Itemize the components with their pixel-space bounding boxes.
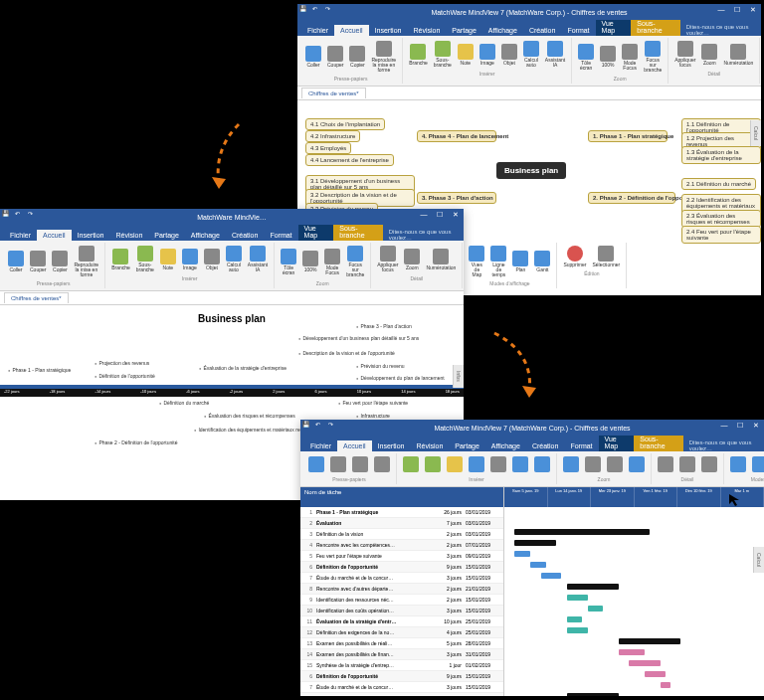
gantt-bar[interactable] bbox=[530, 562, 546, 568]
smartcalc-button[interactable]: Calcul auto bbox=[224, 245, 244, 273]
numbering-button[interactable]: Numérotation bbox=[424, 248, 458, 271]
timeline-item[interactable]: Développement du plan de lancement bbox=[356, 375, 445, 381]
tell-me-search[interactable]: Dites-nous ce que vous voulez… bbox=[689, 439, 764, 451]
tell-me-search[interactable]: Dites-nous ce que vous voulez… bbox=[389, 229, 464, 241]
timeline-item[interactable]: Développement d'un business plan détaill… bbox=[298, 335, 419, 341]
gantt-row[interactable]: 2Évaluation7 jours03/01/2019 bbox=[300, 518, 503, 529]
document-tab[interactable]: Chiffres de ventes* bbox=[301, 88, 366, 98]
mindmap-node[interactable]: 4.3 Employés bbox=[305, 142, 351, 154]
zoom100-button[interactable]: 100% bbox=[598, 45, 618, 69]
gantt-bar[interactable] bbox=[567, 584, 619, 590]
ribbon-tab-fichier[interactable]: Fichier bbox=[4, 230, 37, 241]
mindmap-node[interactable]: 4.2 Infrastructure bbox=[305, 130, 360, 142]
gantt-table[interactable]: Nom de tâche 1Phase 1 - Plan stratégique… bbox=[300, 487, 504, 696]
zoom-button[interactable] bbox=[677, 455, 697, 474]
timeline-item[interactable]: Projection des revenus bbox=[95, 360, 149, 366]
gantt-canvas[interactable]: Nom de tâche 1Phase 1 - Plan stratégique… bbox=[300, 487, 764, 696]
focus-button[interactable]: Focus sur branche bbox=[642, 40, 664, 74]
ribbon-tab-création[interactable]: Création bbox=[526, 440, 564, 451]
focus-button[interactable] bbox=[627, 455, 647, 474]
ribbon-tab-fichier[interactable]: Fichier bbox=[304, 440, 337, 451]
ribbon-tab-révision[interactable]: Révision bbox=[407, 25, 446, 36]
redo-icon[interactable]: ↷ bbox=[325, 4, 335, 14]
image-button[interactable] bbox=[467, 455, 486, 474]
zoom100-button[interactable] bbox=[583, 455, 603, 474]
object-button[interactable] bbox=[488, 455, 508, 474]
ribbon-tab-insertion[interactable]: Insertion bbox=[72, 230, 110, 241]
mindmap-node[interactable]: 2.4 Feu vert pour l'étape suivante bbox=[681, 226, 761, 244]
gantt-bar[interactable] bbox=[567, 627, 588, 633]
mode-focus-button[interactable] bbox=[605, 455, 625, 474]
gantt-row[interactable]: 7Étude du marché et de la concur…3 jours… bbox=[300, 573, 503, 584]
ribbon-tab-affichage[interactable]: Affichage bbox=[185, 230, 226, 241]
maximize-icon[interactable]: ☐ bbox=[434, 209, 446, 221]
branch-button[interactable] bbox=[401, 455, 421, 474]
object-button[interactable]: Objet bbox=[202, 248, 222, 271]
gantt-row[interactable]: 6Définition de l'opportunité9 jours15/01… bbox=[300, 671, 503, 682]
gantt-bar[interactable] bbox=[645, 671, 666, 677]
apply-focus-button[interactable]: Appliquer focus bbox=[672, 40, 697, 69]
maximize-icon[interactable]: ☐ bbox=[731, 4, 743, 16]
gantt-row[interactable]: 10Identification des coûts opération…3 j… bbox=[300, 606, 503, 616]
zoom-button[interactable]: Zoom bbox=[402, 248, 422, 271]
undo-icon[interactable]: ↶ bbox=[15, 209, 25, 219]
mindmap-node[interactable]: 2.1 Définition du marché bbox=[681, 178, 756, 190]
gantt-bar[interactable] bbox=[619, 638, 681, 644]
zoom100-button[interactable]: 100% bbox=[300, 250, 320, 273]
gantt-row[interactable]: 12Définition des exigences de la no…4 jo… bbox=[300, 627, 503, 638]
note-button[interactable] bbox=[445, 455, 465, 474]
gantt-row[interactable]: 6Définition de l'opportunité9 jours15/01… bbox=[300, 562, 503, 573]
minimize-icon[interactable]: — bbox=[418, 209, 430, 221]
delete-button[interactable]: Supprimer bbox=[561, 245, 588, 268]
ribbon-tab-création[interactable]: Création bbox=[523, 25, 561, 36]
assistant-button[interactable]: Assistant IA bbox=[543, 40, 567, 69]
save-icon[interactable]: 💾 bbox=[2, 209, 12, 219]
timeline-item[interactable]: Phase 2 - Définition de l'opportunité bbox=[95, 439, 177, 445]
ribbon-tab-format[interactable]: Format bbox=[564, 440, 598, 451]
view-tab[interactable]: Sous-branche bbox=[634, 434, 682, 451]
save-icon[interactable]: 💾 bbox=[299, 4, 309, 14]
phase3-header[interactable]: 3. Phase 3 - Plan d'action bbox=[417, 192, 496, 204]
timeline-item[interactable]: Identification des équipements et matéri… bbox=[194, 427, 309, 433]
mode-focus-button[interactable]: Mode Focus bbox=[322, 248, 342, 276]
gantt-bar[interactable] bbox=[588, 606, 604, 612]
format-painter-button[interactable]: Reproduire la mise en forme bbox=[369, 40, 398, 74]
gantt-bar[interactable] bbox=[619, 649, 645, 655]
paste-button[interactable] bbox=[306, 455, 326, 474]
gantt-row[interactable]: 8Rencontre avec d'autres départe…2 jours… bbox=[300, 693, 503, 696]
close-icon[interactable]: ✕ bbox=[750, 420, 762, 432]
redo-icon[interactable]: ↷ bbox=[28, 209, 38, 219]
subbranch-button[interactable]: Sous-branche bbox=[432, 40, 454, 69]
gantt-bar[interactable] bbox=[541, 573, 562, 579]
smartcalc-button[interactable] bbox=[510, 455, 530, 474]
assistant-button[interactable] bbox=[532, 455, 552, 474]
image-button[interactable]: Image bbox=[478, 43, 497, 67]
ribbon-tab-insertion[interactable]: Insertion bbox=[372, 440, 411, 451]
ribbon-tab-révision[interactable]: Révision bbox=[410, 440, 449, 451]
timeline-item[interactable]: Évaluation de la stratégie d'entreprise bbox=[199, 365, 286, 371]
gantt-row[interactable]: 3Définition de la vision2 jours03/01/201… bbox=[300, 529, 503, 540]
ribbon-tab-fichier[interactable]: Fichier bbox=[301, 25, 334, 36]
gantt-chart[interactable]: Sam 5 janv. 19Lun 14 janv. 19Mer 23 janv… bbox=[504, 487, 764, 696]
view-map-button[interactable]: Vues de Map bbox=[467, 245, 486, 278]
ribbon-tab-accueil[interactable]: Accueil bbox=[37, 230, 72, 241]
numbering-button[interactable]: Numérotation bbox=[721, 43, 755, 67]
document-tab[interactable]: Chiffres de ventes* bbox=[4, 292, 69, 303]
ribbon-tab-insertion[interactable]: Insertion bbox=[369, 25, 408, 36]
gantt-row[interactable]: 8Rencontre avec d'autres départe…2 jours… bbox=[300, 584, 503, 595]
copy-button[interactable] bbox=[350, 455, 370, 474]
fullscreen-button[interactable] bbox=[561, 455, 581, 474]
phase1-header[interactable]: 1. Phase 1 - Plan stratégique bbox=[588, 130, 668, 142]
view-tab[interactable]: Sous-branche bbox=[333, 223, 382, 241]
ribbon-tab-format[interactable]: Format bbox=[264, 230, 297, 241]
undo-icon[interactable]: ↶ bbox=[312, 4, 322, 14]
redo-icon[interactable]: ↷ bbox=[328, 420, 338, 430]
outline-button[interactable]: Plan bbox=[510, 250, 530, 273]
view-tab[interactable]: Vue Map bbox=[599, 434, 635, 451]
note-button[interactable]: Note bbox=[456, 43, 476, 67]
close-icon[interactable]: ✕ bbox=[450, 209, 462, 221]
ribbon-tab-affichage[interactable]: Affichage bbox=[485, 440, 526, 451]
timeline-item[interactable]: Définition du marché bbox=[159, 400, 209, 406]
select-button[interactable]: Sélectionner bbox=[590, 245, 622, 268]
timeline-item[interactable]: Évaluation des risques et récompenses bbox=[204, 413, 295, 419]
